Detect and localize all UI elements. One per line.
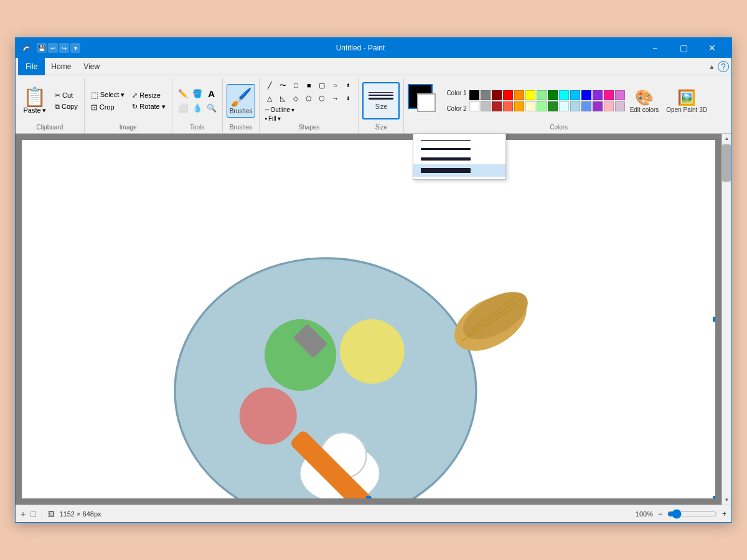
eraser-tool[interactable]: ⬜ [176,101,190,115]
maximize-button[interactable]: ▢ [669,38,698,58]
swatch-white[interactable] [469,101,479,111]
rotate-button[interactable]: ↻ Rotate ▾ [129,101,167,112]
swatch-red[interactable] [503,90,513,100]
tools-label: Tools [176,124,218,132]
add-icon[interactable]: + [21,509,26,519]
fill-btn[interactable]: ▪ Fill ▾ [263,114,296,123]
swatch-tomato[interactable] [503,101,513,111]
edit-colors-button[interactable]: 🎨 Edit colors [627,88,662,114]
customize-quick-btn[interactable]: ▾ [70,43,80,53]
swatch-firebrick[interactable] [492,101,502,111]
canvas-resize-bottom[interactable] [366,496,371,498]
swatch-green[interactable] [548,90,558,100]
copy-button[interactable]: ⧉ Copy [52,101,80,112]
minimize-button[interactable]: − [641,38,669,58]
svg-point-4 [340,319,405,384]
canvas-paper[interactable] [22,140,715,498]
redo-quick-btn[interactable]: ↪ [59,43,69,53]
cut-button[interactable]: ✂ Cut [52,90,80,101]
scroll-down-btn[interactable]: ▼ [723,495,731,505]
swatch-lightpink[interactable] [604,101,614,111]
color-pick-tool[interactable]: 💧 [190,101,204,115]
close-button[interactable]: ✕ [698,38,726,58]
swatch-cyan[interactable] [559,90,569,100]
size-line-preview-8 [421,168,471,173]
size-option-5[interactable] [413,154,505,164]
ribbon-collapse-btn[interactable]: ▲ [708,63,715,70]
brushes-button[interactable]: 🖌️ Brushes [227,84,256,118]
magnifier-tool[interactable]: 🔍 [205,101,218,115]
curve-shape[interactable]: 〜 [276,79,289,91]
outline-btn[interactable]: ─ Outline ▾ [263,106,296,114]
menu-file[interactable]: File [18,58,45,75]
hexagon-shape[interactable]: ⬡ [316,92,328,105]
pencil-tool[interactable]: ✏️ [176,87,190,101]
scroll-up-btn[interactable]: ▲ [723,134,731,143]
size-option-8[interactable] [413,164,505,177]
swatch-black[interactable] [469,90,479,100]
open-paint3d-button[interactable]: 🖼️ Open Paint 3D [664,88,710,114]
canvas-resize-handle[interactable] [713,496,715,498]
size-option-3[interactable] [413,144,505,154]
zoom-plus-btn[interactable]: + [722,510,726,518]
color2-swatch[interactable] [417,93,436,112]
scroll-track-v[interactable] [722,143,731,495]
swatch-darkred[interactable] [492,90,502,100]
swatch-gray[interactable] [481,90,491,100]
line-shape[interactable]: ╱ [263,79,276,91]
text-tool[interactable]: A [205,87,218,101]
diamond-shape[interactable]: ◇ [289,92,302,105]
rect-shape[interactable]: □ [289,79,302,91]
swatch-darkorchid[interactable] [593,101,603,111]
round-rect-shape[interactable]: ▢ [316,79,328,91]
scroll-shape[interactable]: ⬆ [342,79,354,91]
size-label: Size [375,103,387,110]
outline-chevron: ▾ [291,106,294,113]
scroll-shape2[interactable]: ⬇ [342,92,354,105]
crop-button[interactable]: ⊡ Crop [88,101,128,113]
swatch-cornflower[interactable] [581,101,591,111]
undo-quick-btn[interactable]: ↩ [48,43,58,53]
swatch-deeppink[interactable] [604,90,614,100]
fill-tool[interactable]: 🪣 [190,87,204,101]
swatch-blue[interactable] [581,90,591,100]
menu-view[interactable]: View [77,58,106,75]
swatch-amber[interactable] [514,101,524,111]
triangle-shape[interactable]: △ [263,92,276,105]
help-btn[interactable]: ? [718,61,729,72]
resize-button[interactable]: ⤢ Resize [129,90,167,101]
swatch-yellow[interactable] [525,90,535,100]
swatch-lightgreen[interactable] [537,90,547,100]
swatch-lightcyan[interactable] [559,101,569,111]
size-option-1[interactable] [413,136,505,144]
swatch-lightblue[interactable] [570,90,580,100]
swatch-orchid[interactable] [615,90,625,100]
color2-label: Color 2 [446,105,466,112]
swatch-palegreen[interactable] [537,101,547,111]
pentagon-shape[interactable]: ⬠ [303,92,315,105]
swatch-thistle[interactable] [615,101,625,111]
scroll-thumb-v[interactable] [722,144,731,182]
size-content: Size [362,79,400,123]
filled-rect-shape[interactable]: ■ [303,79,315,91]
select-button[interactable]: ⬚ Select ▾ [88,89,128,101]
menu-home[interactable]: Home [45,58,77,75]
swatch-lightblue2[interactable] [570,101,580,111]
size-line-2 [369,95,393,96]
paste-button[interactable]: 📋 Paste ▾ [19,86,50,116]
save-quick-btn[interactable]: 💾 [37,43,47,53]
swatch-purple[interactable] [593,90,603,100]
size-line-1 [369,92,393,93]
arrow-shape[interactable]: → [329,92,341,105]
zoom-minus-btn[interactable]: − [658,510,662,518]
swatch-forestgreen[interactable] [548,101,558,111]
canvas-view-icon[interactable]: □ [31,509,35,519]
swatch-silver[interactable] [481,101,491,111]
size-button[interactable]: Size [362,82,400,119]
canvas-resize-right[interactable] [713,317,715,322]
ellipse-shape[interactable]: ○ [329,79,341,91]
zoom-slider[interactable] [667,509,717,519]
swatch-orange[interactable] [514,90,524,100]
swatch-lemon[interactable] [525,101,535,111]
right-triangle-shape[interactable]: ◺ [276,92,289,105]
